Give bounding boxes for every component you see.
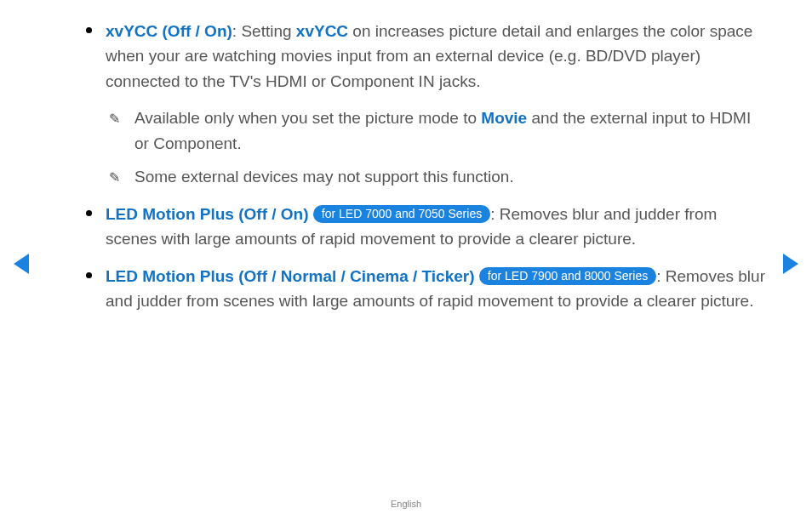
series-badge: for LED 7000 and 7050 Series [313,205,490,224]
note-list: ✎ Available only when you set the pictur… [106,106,769,189]
list-item: xvYCC (Off / On): Setting xvYCC on incre… [77,19,769,190]
manual-page: xvYCC (Off / On): Setting xvYCC on incre… [0,0,812,531]
bullet-disc-icon [86,27,92,33]
body-text: : Setting [232,22,296,40]
prev-page-button[interactable] [14,254,29,274]
note-item: ✎ Some external devices may not support … [106,164,769,189]
option-title: LED Motion Plus (Off / Normal / Cinema /… [106,267,475,285]
bullet-disc-icon [86,272,92,278]
note-item: ✎ Available only when you set the pictur… [106,106,769,156]
bullet-disc-icon [86,210,92,216]
inline-keyword: xvYCC [296,22,348,40]
note-icon: ✎ [109,109,120,130]
option-title: xvYCC (Off / On) [106,22,232,40]
note-text: Available only when you set the picture … [134,109,481,127]
next-page-button[interactable] [783,254,798,274]
note-text: Some external devices may not support th… [134,168,514,186]
list-item: LED Motion Plus (Off / On) for LED 7000 … [77,202,769,252]
language-label: English [0,499,812,509]
note-icon: ✎ [109,168,120,189]
option-title: LED Motion Plus (Off / On) [106,205,309,223]
content-area: xvYCC (Off / On): Setting xvYCC on incre… [77,19,769,325]
bullet-list: xvYCC (Off / On): Setting xvYCC on incre… [77,19,769,313]
list-item: LED Motion Plus (Off / Normal / Cinema /… [77,264,769,314]
series-badge: for LED 7900 and 8000 Series [479,267,656,286]
inline-keyword: Movie [481,109,527,127]
